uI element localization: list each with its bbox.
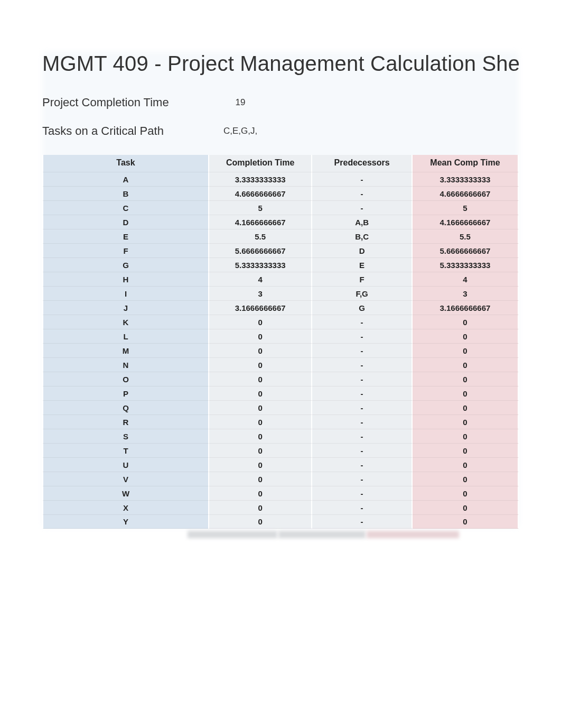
- cell-task: D: [42, 215, 209, 229]
- cell-mean-comp-time: 0: [413, 315, 519, 329]
- cell-mean-comp-time: 0: [413, 443, 519, 457]
- table-row: M0-0: [42, 343, 519, 357]
- summary-completion-label: Project Completion Time: [42, 96, 195, 109]
- table-row: L0-0: [42, 329, 519, 343]
- cell-mean-comp-time: 0: [413, 357, 519, 372]
- cell-predecessors: -: [312, 372, 413, 386]
- cell-mean-comp-time: 5.5: [413, 229, 519, 243]
- table-row: O0-0: [42, 372, 519, 386]
- cell-completion-time: 4.1666666667: [209, 215, 312, 229]
- cell-mean-comp-time: 5.6666666667: [413, 243, 519, 257]
- cell-task: A: [42, 172, 209, 186]
- summary-critical-label: Tasks on a Critical Path: [42, 124, 195, 138]
- cell-mean-comp-time: 0: [413, 429, 519, 443]
- cell-completion-time: 5.3333333333: [209, 257, 312, 272]
- header-mean-comp-time: Mean Comp Time: [413, 155, 519, 172]
- cell-predecessors: F,G: [312, 286, 413, 300]
- summary-completion-value: 19: [195, 97, 285, 108]
- cell-predecessors: E: [312, 257, 413, 272]
- cell-predecessors: B,C: [312, 229, 413, 243]
- table-row: Y0-0: [42, 514, 519, 529]
- table-row: E5.5B,C5.5: [42, 229, 519, 243]
- cell-mean-comp-time: 0: [413, 514, 519, 529]
- cell-mean-comp-time: 0: [413, 486, 519, 500]
- cell-task: H: [42, 272, 209, 286]
- cell-completion-time: 5: [209, 200, 312, 215]
- cell-task: S: [42, 429, 209, 443]
- cell-task: Y: [42, 514, 209, 529]
- cell-predecessors: -: [312, 172, 413, 186]
- cell-predecessors: -: [312, 357, 413, 372]
- table-row: I3F,G3: [42, 286, 519, 300]
- header-completion-time: Completion Time: [209, 155, 312, 172]
- cell-task: R: [42, 414, 209, 429]
- cell-mean-comp-time: 0: [413, 414, 519, 429]
- cell-predecessors: -: [312, 429, 413, 443]
- cell-predecessors: -: [312, 186, 413, 200]
- cell-predecessors: F: [312, 272, 413, 286]
- cell-mean-comp-time: 0: [413, 500, 519, 514]
- table-row: W0-0: [42, 486, 519, 500]
- cell-task: O: [42, 372, 209, 386]
- table-row: F5.6666666667D5.6666666667: [42, 243, 519, 257]
- table-row: T0-0: [42, 443, 519, 457]
- cell-task: M: [42, 343, 209, 357]
- cell-completion-time: 0: [209, 514, 312, 529]
- cell-completion-time: 0: [209, 386, 312, 400]
- cell-mean-comp-time: 0: [413, 457, 519, 472]
- cell-mean-comp-time: 0: [413, 472, 519, 486]
- cell-predecessors: G: [312, 300, 413, 315]
- header-predecessors: Predecessors: [312, 155, 413, 172]
- cell-completion-time: 3: [209, 286, 312, 300]
- cell-predecessors: -: [312, 200, 413, 215]
- cell-completion-time: 0: [209, 343, 312, 357]
- cell-task: W: [42, 486, 209, 500]
- cell-predecessors: -: [312, 486, 413, 500]
- cell-completion-time: 0: [209, 457, 312, 472]
- cell-predecessors: -: [312, 400, 413, 414]
- cell-task: J: [42, 300, 209, 315]
- cell-completion-time: 0: [209, 500, 312, 514]
- cell-predecessors: -: [312, 315, 413, 329]
- cell-task: E: [42, 229, 209, 243]
- cell-mean-comp-time: 0: [413, 343, 519, 357]
- task-table: Task Completion Time Predecessors Mean C…: [42, 155, 519, 529]
- cell-predecessors: -: [312, 414, 413, 429]
- table-row: N0-0: [42, 357, 519, 372]
- table-row: A3.3333333333-3.3333333333: [42, 172, 519, 186]
- cell-predecessors: -: [312, 329, 413, 343]
- cell-mean-comp-time: 4.6666666667: [413, 186, 519, 200]
- cell-mean-comp-time: 4: [413, 272, 519, 286]
- cell-mean-comp-time: 0: [413, 372, 519, 386]
- table-row: P0-0: [42, 386, 519, 400]
- cell-task: Q: [42, 400, 209, 414]
- summary-critical-row: Tasks on a Critical Path C,E,G,J,: [42, 119, 519, 143]
- summary-critical-value: C,E,G,J,: [195, 126, 285, 136]
- table-row: H4F4: [42, 272, 519, 286]
- table-row: V0-0: [42, 472, 519, 486]
- cell-task: F: [42, 243, 209, 257]
- preview-bottom-blur: [42, 531, 519, 538]
- cell-task: K: [42, 315, 209, 329]
- cell-task: X: [42, 500, 209, 514]
- cell-task: L: [42, 329, 209, 343]
- cell-task: C: [42, 200, 209, 215]
- table-row: K0-0: [42, 315, 519, 329]
- table-row: Q0-0: [42, 400, 519, 414]
- cell-predecessors: -: [312, 472, 413, 486]
- cell-mean-comp-time: 3: [413, 286, 519, 300]
- cell-completion-time: 0: [209, 315, 312, 329]
- table-row: C5-5: [42, 200, 519, 215]
- cell-completion-time: 0: [209, 329, 312, 343]
- table-row: D4.1666666667A,B4.1666666667: [42, 215, 519, 229]
- table-row: J3.1666666667G3.1666666667: [42, 300, 519, 315]
- cell-task: B: [42, 186, 209, 200]
- cell-predecessors: -: [312, 343, 413, 357]
- cell-task: N: [42, 357, 209, 372]
- table-row: U0-0: [42, 457, 519, 472]
- cell-mean-comp-time: 3.1666666667: [413, 300, 519, 315]
- cell-completion-time: 0: [209, 400, 312, 414]
- cell-predecessors: -: [312, 514, 413, 529]
- cell-mean-comp-time: 3.3333333333: [413, 172, 519, 186]
- summary-completion-row: Project Completion Time 19: [42, 90, 519, 115]
